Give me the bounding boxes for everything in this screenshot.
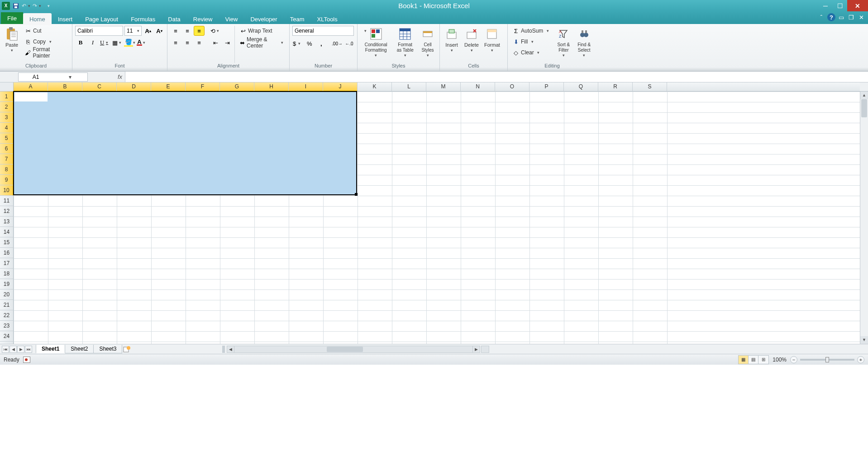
zoom-in-icon[interactable]: + (857, 356, 864, 363)
excel-app-icon[interactable]: X (2, 2, 10, 10)
row-header-16[interactable]: 16 (0, 248, 13, 258)
col-header-Q[interactable]: Q (564, 82, 598, 91)
row-header-10[interactable]: 10 (0, 185, 13, 196)
qat-undo-icon[interactable]: ↶▾ (22, 1, 32, 10)
col-header-S[interactable]: S (633, 82, 667, 91)
tab-team[interactable]: Team (284, 13, 311, 25)
fx-icon[interactable]: fx (118, 73, 122, 80)
sort-filter-button[interactable]: AZSort & Filter▾ (554, 26, 572, 63)
scroll-down-icon[interactable]: ▼ (860, 336, 868, 344)
row-header-21[interactable]: 21 (0, 300, 13, 310)
col-header-J[interactable]: J (323, 82, 358, 91)
increase-indent-icon[interactable]: ⇥ (222, 38, 233, 48)
col-header-A[interactable]: A (14, 82, 48, 91)
row-header-8[interactable]: 8 (0, 164, 13, 175)
paste-button[interactable]: Paste ▾ (3, 26, 21, 63)
page-layout-view-icon[interactable]: ▤ (749, 356, 758, 364)
hscroll-thumb[interactable] (327, 347, 363, 352)
row-header-13[interactable]: 13 (0, 217, 13, 227)
percent-icon[interactable]: % (304, 39, 315, 48)
tab-page-layout[interactable]: Page Layout (79, 13, 124, 25)
fill-color-button[interactable]: 🪣▾ (124, 38, 135, 48)
clear-button[interactable]: ◇Clear▾ (510, 48, 553, 58)
sheet-nav-next-icon[interactable]: ▶ (17, 346, 24, 353)
row-header-18[interactable]: 18 (0, 269, 13, 279)
row-header-2[interactable]: 2 (0, 102, 13, 112)
cell-grid[interactable] (14, 92, 860, 344)
row-header-4[interactable]: 4 (0, 123, 13, 133)
tab-file[interactable]: File (1, 12, 23, 24)
underline-button[interactable]: U▾ (100, 38, 110, 48)
copy-button[interactable]: ⎘Copy▾ (23, 37, 69, 47)
window-close-icon[interactable]: ✕ (857, 13, 865, 21)
col-header-R[interactable]: R (598, 82, 633, 91)
shrink-font-icon[interactable]: A▾ (154, 26, 164, 36)
align-top-icon[interactable]: ≡ (170, 26, 181, 36)
hscroll-split[interactable] (481, 346, 489, 353)
close-button[interactable]: ✕ (847, 0, 868, 11)
tab-data[interactable]: Data (162, 13, 186, 25)
window-restore-icon[interactable]: ❐ (847, 13, 855, 21)
vscroll-thumb[interactable] (861, 99, 867, 117)
decrease-indent-icon[interactable]: ⇤ (210, 38, 221, 48)
format-cells-button[interactable]: Format▾ (482, 26, 502, 63)
number-format-combo[interactable]: ▾ (292, 26, 354, 36)
row-header-20[interactable]: 20 (0, 289, 13, 300)
fill-handle[interactable] (355, 193, 358, 196)
tab-split-handle[interactable] (222, 346, 225, 353)
page-break-view-icon[interactable]: ⊞ (758, 356, 768, 364)
col-header-M[interactable]: M (426, 82, 461, 91)
orientation-icon[interactable]: ⟲▾ (210, 26, 221, 36)
vertical-scrollbar[interactable]: ▲ ▼ (860, 92, 868, 344)
row-header-6[interactable]: 6 (0, 144, 13, 154)
window-min-icon[interactable]: ▭ (837, 13, 845, 21)
sheet-nav-first-icon[interactable]: ⏮ (2, 346, 9, 353)
zoom-level[interactable]: 100% (773, 357, 787, 363)
sheet-tab-sheet3[interactable]: Sheet3 (93, 345, 122, 353)
horizontal-scrollbar[interactable]: ◀ ▶ (227, 346, 480, 353)
tab-home[interactable]: Home (23, 13, 52, 25)
align-center-icon[interactable]: ≡ (182, 38, 193, 48)
format-painter-button[interactable]: 🖌Format Painter (23, 48, 69, 58)
minimize-ribbon-icon[interactable]: ˆ (817, 13, 825, 21)
scroll-right-icon[interactable]: ▶ (472, 346, 480, 352)
minimize-button[interactable]: ─ (818, 0, 833, 11)
sheet-tab-sheet1[interactable]: Sheet1 (36, 345, 65, 353)
sheet-nav-last-icon[interactable]: ⏭ (25, 346, 32, 353)
row-header-3[interactable]: 3 (0, 112, 13, 123)
row-header-5[interactable]: 5 (0, 133, 13, 144)
comma-icon[interactable]: , (316, 39, 326, 48)
maximize-button[interactable]: ☐ (833, 0, 847, 11)
font-name-combo[interactable]: ▾ (75, 26, 123, 36)
increase-decimal-icon[interactable]: .00→ (332, 39, 343, 48)
row-header-19[interactable]: 19 (0, 279, 13, 289)
zoom-out-icon[interactable]: − (790, 356, 797, 363)
col-header-K[interactable]: K (358, 82, 392, 91)
tab-review[interactable]: Review (187, 13, 219, 25)
merge-center-button[interactable]: ⬌Merge & Center▾ (238, 38, 286, 48)
tab-insert[interactable]: Insert (52, 13, 79, 25)
col-header-N[interactable]: N (461, 82, 495, 91)
italic-button[interactable]: I (87, 38, 98, 48)
col-header-E[interactable]: E (151, 82, 186, 91)
col-header-B[interactable]: B (48, 82, 82, 91)
name-box[interactable]: A1▾ (18, 72, 88, 82)
sheet-tab-sheet2[interactable]: Sheet2 (65, 345, 94, 353)
row-header-9[interactable]: 9 (0, 175, 13, 185)
help-icon[interactable]: ? (827, 13, 835, 21)
decrease-decimal-icon[interactable]: ←.0 (344, 39, 354, 48)
col-header-I[interactable]: I (289, 82, 323, 91)
row-header-17[interactable]: 17 (0, 258, 13, 269)
qat-customize-icon[interactable]: ▾ (43, 1, 53, 10)
formula-bar-input[interactable] (125, 72, 868, 82)
align-middle-icon[interactable]: ≡ (182, 26, 193, 36)
new-sheet-icon[interactable] (122, 346, 132, 352)
row-header-14[interactable]: 14 (0, 227, 13, 237)
autosum-button[interactable]: ΣAutoSum▾ (510, 26, 553, 36)
align-bottom-icon[interactable]: ≡ (194, 26, 205, 36)
align-left-icon[interactable]: ≡ (170, 38, 181, 48)
qat-save-icon[interactable] (11, 1, 21, 10)
normal-view-icon[interactable]: ▦ (739, 356, 749, 364)
col-header-C[interactable]: C (82, 82, 117, 91)
col-header-O[interactable]: O (495, 82, 529, 91)
